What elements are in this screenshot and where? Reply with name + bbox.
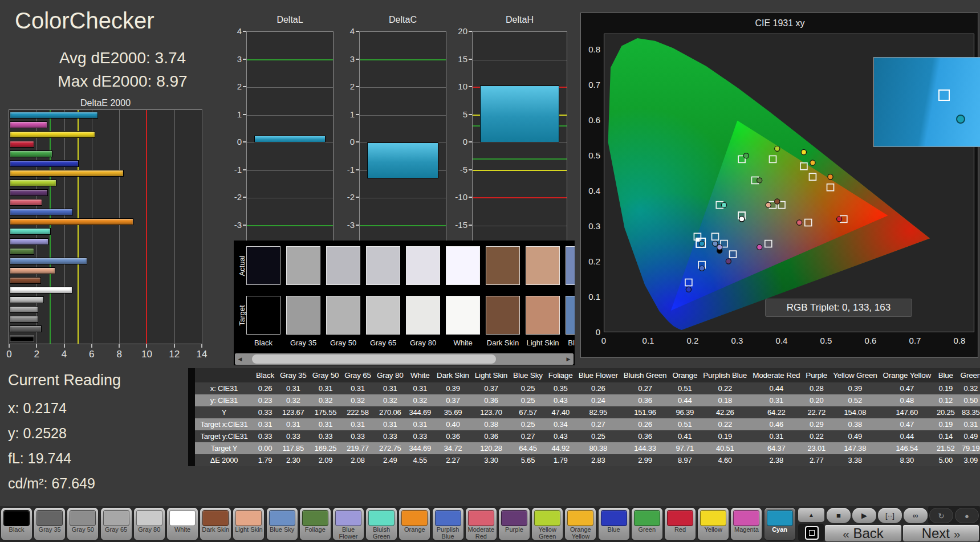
current-reading-title: Current Reading: [8, 372, 121, 389]
table-cell: 21.52: [934, 442, 958, 454]
back-button[interactable]: « Back: [825, 525, 901, 541]
patch-button-dark-skin[interactable]: Dark Skin: [200, 508, 231, 540]
cie-x-tick-label: 0: [594, 336, 613, 345]
mini-gridline: [360, 87, 446, 88]
patch-button-moderate-red[interactable]: Moderate Red: [466, 508, 497, 540]
patch-swatch-cyan: [767, 510, 793, 526]
deltaE-bar-magenta: [10, 121, 47, 128]
actual-target-strip: ActualTargetBlackGray 35Gray 50Gray 65Gr…: [234, 241, 575, 365]
mini-tick-label: 0: [453, 137, 467, 146]
table-cell: 0.32: [374, 394, 406, 406]
target-swatch-gray-50: [326, 296, 360, 335]
table-cell: 80.38: [576, 442, 621, 454]
current-reading-x: x: 0.2174: [8, 400, 67, 417]
table-cell: 4.60: [700, 454, 750, 466]
target-swatch-white: [446, 296, 480, 335]
deltaE-bar-gray-65: [10, 306, 38, 313]
table-cell: Moderate Red: [750, 368, 803, 382]
next-chevron-icon: »: [954, 527, 961, 540]
patch-button-green[interactable]: Green: [632, 508, 662, 540]
cie-inset-measured-dot: [956, 115, 965, 124]
patch-button-gray-80[interactable]: Gray 80: [134, 508, 165, 540]
patch-button-purplish-blue[interactable]: Purplish Blue: [433, 508, 463, 540]
table-cell: 0.19: [700, 430, 750, 442]
deltaE-bar-row: [10, 180, 201, 186]
table-cell: 2.38: [750, 454, 803, 466]
table-cell: 344.69: [406, 442, 434, 454]
patch-button-orange-yellow[interactable]: Orange Yellow: [565, 508, 596, 540]
patch-button-gray-50[interactable]: Gray 50: [67, 508, 98, 540]
table-cell: Gray 50: [310, 368, 342, 382]
mini-tick-dash: [356, 86, 359, 87]
mini-tick-dash: [243, 197, 246, 198]
record-button[interactable]: ●: [955, 508, 979, 523]
swatch-label-blue-sky: Blue Sky: [563, 339, 575, 347]
pattern-window-button[interactable]: [798, 524, 824, 541]
mini-tick-dash: [243, 59, 246, 60]
mini-gridline: [247, 87, 333, 88]
patch-button-yellow-green[interactable]: Yellow Green: [532, 508, 563, 540]
table-cell: 22.72: [803, 406, 830, 418]
mini-tick-label: -2: [340, 192, 355, 202]
table-cell: 0.20: [803, 394, 830, 406]
patch-button-light-skin[interactable]: Light Skin: [233, 508, 264, 540]
mini-tick-label: -3: [340, 220, 355, 230]
deltaC-title: DeltaC: [342, 15, 463, 25]
cie-measured-purple: [726, 259, 731, 264]
table-cell: 120.28: [472, 442, 510, 454]
patch-button-white[interactable]: White: [167, 508, 198, 540]
deltaE-bar-blue-sky: [10, 258, 87, 264]
scroll-left-button[interactable]: ◀: [235, 353, 245, 365]
patch-button-label: Purple: [499, 526, 529, 533]
cie-measured-blue-flower: [717, 244, 722, 250]
scrollbar-thumb[interactable]: [252, 354, 496, 364]
scroll-right-button[interactable]: ▶: [563, 353, 574, 365]
table-cell: 0.36: [621, 430, 670, 442]
next-button[interactable]: Next »: [903, 525, 979, 541]
collapse-up-button[interactable]: ▲: [798, 508, 824, 522]
table-cell: 147.38: [830, 442, 880, 454]
patch-button-purple[interactable]: Purple: [499, 508, 530, 540]
patch-swatch-blue-sky: [269, 510, 295, 526]
mini-gridline: [473, 60, 567, 60]
patch-button-bluish-green[interactable]: Bluish Green: [366, 508, 397, 540]
table-cell: 2.30: [277, 454, 310, 466]
play-button[interactable]: ▶: [852, 508, 876, 523]
patch-button-gray-35[interactable]: Gray 35: [34, 508, 65, 540]
deltaE-bar-row: [10, 238, 201, 245]
patch-swatch-foliage: [302, 510, 328, 526]
patch-swatch-orange: [401, 510, 428, 526]
table-cell: 96.39: [669, 406, 700, 418]
patch-button-blue-sky[interactable]: Blue Sky: [267, 508, 298, 540]
patch-button-blue[interactable]: Blue: [599, 508, 629, 540]
table-cell: 0.31: [374, 418, 406, 430]
patch-button-yellow[interactable]: Yellow: [698, 508, 729, 540]
patch-button-black[interactable]: Black: [1, 508, 32, 540]
table-cell: 0.32: [958, 382, 980, 394]
rgb-triplet-readout: RGB Triplet: 0, 133, 163: [765, 299, 912, 317]
cie-y-tick-label: 0.3: [582, 221, 600, 231]
patch-button-foliage[interactable]: Foliage: [300, 508, 331, 540]
deltaE-axis-label: 12: [166, 349, 182, 360]
deltaE-bar-foliage: [10, 248, 34, 255]
deltaE-x-axis: 02468101214: [9, 344, 214, 362]
mini-tick-dash: [243, 141, 246, 142]
swatch-scrollbar[interactable]: ◀▶: [235, 353, 574, 365]
table-cell: 0.50: [958, 394, 980, 406]
range-button[interactable]: [··]: [878, 508, 902, 523]
patch-swatch-black: [3, 510, 30, 526]
table-cell: 0.37: [472, 382, 510, 394]
loop-button[interactable]: ∞: [904, 508, 928, 523]
table-cell: 0.29: [803, 418, 830, 430]
patch-button-cyan[interactable]: Cyan: [765, 508, 795, 540]
patch-button-gray-65[interactable]: Gray 65: [101, 508, 132, 540]
patch-button-magenta[interactable]: Magenta: [731, 508, 762, 540]
patch-button-orange[interactable]: Orange: [399, 508, 430, 540]
patch-button-blue-flower[interactable]: Blue Flower: [333, 508, 364, 540]
stop-button[interactable]: ■: [827, 508, 851, 523]
table-cell: 0.39: [830, 382, 880, 394]
patch-button-label: Purplish Blue: [433, 526, 463, 540]
table-cell: 47.40: [546, 406, 576, 418]
patch-button-red[interactable]: Red: [665, 508, 696, 540]
refresh-button[interactable]: ↻: [929, 508, 953, 523]
